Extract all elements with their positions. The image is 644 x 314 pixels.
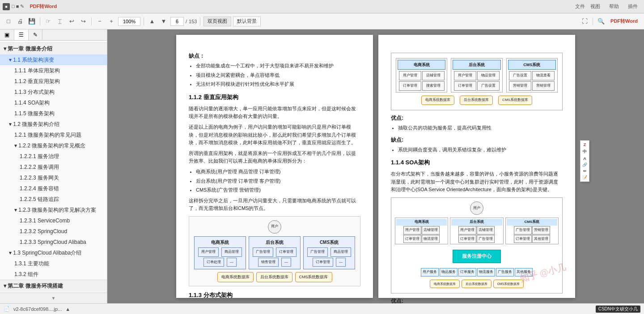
system-2: 后台系统(用户管理 订单管理 客户管理) xyxy=(196,177,360,185)
tree-item-1.1.5[interactable]: 1.1.5 微服务架构 xyxy=(0,108,107,119)
sidebar-expand[interactable]: ▼ xyxy=(0,293,107,303)
pdf-page-container[interactable]: 缺点： 全部功能集成在一个工程中，对于大型项目来讲不易开发和维护 项目模块之间紧… xyxy=(107,29,644,303)
toolbar-save[interactable]: 💾 xyxy=(27,17,37,26)
page-number-input[interactable] xyxy=(170,17,184,26)
view-mode-bg[interactable]: 默认背景 xyxy=(233,17,261,26)
tree-item-c2[interactable]: ▾ 第二章 微服务环境搭建 xyxy=(0,280,107,292)
section-112-title: 1.1.2 垂直应用架构 xyxy=(189,93,360,102)
tree-item-1.2.3[interactable]: ▾ 1.2.3 微服务架构的常见解决方案 xyxy=(0,205,107,215)
arch-db-bg: 后台系统数据库 xyxy=(460,96,493,105)
tree-item-1.1.3[interactable]: 1.1.3 分布式架构 xyxy=(0,87,107,97)
section-soa-title: 1.1.4 SOA架构 xyxy=(391,158,563,167)
sidebar-tab-bookmark[interactable]: ☰ xyxy=(14,29,29,40)
toolbar-undo[interactable]: ↩ xyxy=(67,17,76,26)
menu-plugin[interactable]: 插件 xyxy=(628,3,638,10)
tree-item-1.1.4[interactable]: 1.1.4 SOA架构 xyxy=(0,97,107,108)
soa-bg-title: 后台系统 xyxy=(451,219,502,226)
arch-ec-search: 搜索管理 xyxy=(422,81,445,91)
toolbar-print[interactable]: 🖨 xyxy=(15,17,25,26)
tree-item-1.2.2.5[interactable]: 1.2.2.5 链路追踪 xyxy=(0,194,107,205)
ann-btn-link[interactable]: 🔗 xyxy=(582,162,588,167)
soa-bg-block: 后台系统 用户管理 店铺管理 订单管理 广告管理 xyxy=(450,218,503,244)
tree-item-1.1.1[interactable]: 1.1.1 单体应用架构 xyxy=(0,65,107,76)
soa-ec-title: 电商系统 xyxy=(396,219,447,226)
soa-ec-user: 用户管理 xyxy=(403,226,421,234)
sidebar-tab-thumbnail[interactable]: ▣ xyxy=(0,29,14,40)
sidebar-tab-annotation[interactable]: ✎ xyxy=(29,29,42,40)
ann-btn-a[interactable]: A xyxy=(582,156,588,161)
toolbar-search[interactable]: 🔍 xyxy=(596,17,606,26)
right-bottom-pros: 优点: xyxy=(391,297,563,303)
view-mode-double[interactable]: 双页视图 xyxy=(203,17,231,26)
arch-ec-header: 电商系统 xyxy=(398,60,445,70)
cons-item-3: 无法针对不同模块进行针对性优化和水平扩展 xyxy=(196,80,360,88)
tree-item-1.3[interactable]: ▾ 1.3 SpringCloud Alibaba介绍 xyxy=(0,247,107,258)
toolbar-hand[interactable]: ☞ xyxy=(43,17,53,26)
zoom-input[interactable] xyxy=(118,17,140,26)
soa-cms-promo: 营销管理 xyxy=(532,226,550,234)
soa-db-bg: 后台系统数据库 xyxy=(462,280,491,288)
section-112-para1: 随着访问量的逐渐增大，单一应用只能依靠增加节点来应对，但是这时候会发现并不是所有… xyxy=(189,105,360,121)
soa-ec-store: 店铺管理 xyxy=(422,226,440,234)
arch-cms-header: CMS系统 xyxy=(508,60,556,70)
tree-item-1.2.2[interactable]: ▾ 1.2.2 微服务架构的常见概念 xyxy=(0,140,107,151)
cons-list: 全部功能集成在一个工程中，对于大型项目来讲不易开发和维护 项目模块之间紧密耦合，… xyxy=(196,62,360,88)
arch-ec-store: 店铺管理 xyxy=(422,71,445,80)
tree-item-1.2.2.2[interactable]: 1.2.2.2 服务调用 xyxy=(0,162,107,172)
flow-row-systems: 电商系统 用户管理 商品管理 订单处理 — 后台系统 xyxy=(193,236,356,270)
toolbar-select[interactable]: ⌶ xyxy=(55,17,65,26)
toolbar-redo[interactable]: ↪ xyxy=(78,17,88,26)
menu-help[interactable]: 帮助 xyxy=(609,3,619,10)
tree-item-1.2.3.3[interactable]: 1.2.3.3 SpringCloud Alibaba xyxy=(0,237,107,247)
tree-item-1.1[interactable]: ▾ 1.1 系统架构演变 xyxy=(0,54,107,65)
ann-btn-pen[interactable]: ✏ xyxy=(582,168,588,174)
arch-cms-col: CMS系统 广告设置 物流查看 营销管理 营销管理 xyxy=(506,58,558,92)
tree-item-1.2.2.3[interactable]: 1.2.2.3 服务网关 xyxy=(0,172,107,183)
toolbar-next-page[interactable]: ▼ xyxy=(159,17,169,26)
tree-item-1.2.3.2[interactable]: 1.2.3.2 SpringCloud xyxy=(0,226,107,237)
flow-ecommerce: 电商系统 用户管理 商品管理 订单处理 — xyxy=(194,236,246,270)
toolbar-new[interactable]: □ xyxy=(4,17,13,26)
tree-item-1.1.2[interactable]: 1.1.2 垂直应用架构 xyxy=(0,76,107,87)
soa-cms-ad: 广告管理 xyxy=(514,226,532,234)
toolbar-prev-page[interactable]: ▲ xyxy=(147,17,157,26)
flow-dash-1: — xyxy=(227,258,237,267)
toolbar-zoom-in[interactable]: + xyxy=(106,17,116,26)
soa-bg-user: 用户管理 xyxy=(458,226,476,234)
app-icon: ■ xyxy=(3,3,10,10)
arch-bg-promo: 广告设置 xyxy=(477,81,500,91)
soa-svc-logistics: 物流服务 xyxy=(477,268,495,276)
arch-cms-ad: 广告设置 xyxy=(509,71,531,80)
tree-item-c1[interactable]: ▾ 第一章 微服务介绍 xyxy=(0,42,107,54)
right-pros-1: 抽取公共的功能为服务层，提高代码复用性 xyxy=(398,124,563,132)
menu-file[interactable]: 文件 xyxy=(575,3,585,10)
tree-item-1.2.3.1[interactable]: 1.2.3.1 ServiceComb xyxy=(0,215,107,226)
tree-item-1.3.1[interactable]: 1.3.1 主要功能 xyxy=(0,258,107,269)
soa-cms-other: 其他管理 xyxy=(532,235,550,243)
soa-diagram: 用户 电商系统 用户管理 店铺管理 订单管理 物流管理 xyxy=(391,197,563,293)
toolbar-expand[interactable]: ⛶ xyxy=(580,17,589,26)
tree-item-1.2.2.1[interactable]: 1.2.2.1 服务治理 xyxy=(0,151,107,162)
ann-btn-zhong[interactable]: 中 xyxy=(582,148,588,155)
content-area: 缺点： 全部功能集成在一个工程中，对于大型项目来讲不易开发和维护 项目模块之间紧… xyxy=(107,29,644,303)
toolbar-sep-2 xyxy=(91,17,92,25)
sidebar-tabs: ▣ ☰ ✎ xyxy=(0,29,107,41)
system-1: 电商系统(用户管理 商品管理 订单管理) xyxy=(196,168,360,176)
section-112-para4: 这样拆分完毕之后，一旦用户访问量变大，只需要增加电商系统的节点就可以了，而无需增… xyxy=(189,197,360,213)
section-112-para2: 还是以上面的电商为例子，用户访问量的增加可能影响的只是用户和订单模块，但是对消息… xyxy=(189,123,360,147)
pdf-word-label: PDF转Word xyxy=(610,18,638,25)
ann-btn-note[interactable]: 📝 xyxy=(582,175,588,180)
soa-bg-order: 订单管理 xyxy=(458,235,476,243)
tree-item-1.2[interactable]: ▾ 1.2 微服务架构介绍 xyxy=(0,119,107,130)
toolbar-zoom-out[interactable]: − xyxy=(95,17,105,26)
soa-ec-block: 电商系统 用户管理 店铺管理 订单管理 物流管理 xyxy=(395,218,448,244)
tree-item-1.2.1[interactable]: 1.2.1 微服务架构的常见问题 xyxy=(0,130,107,140)
ann-btn-z[interactable]: Z xyxy=(582,142,588,147)
soa-db-row: 电商系统数据库 后台系统数据库 CMS系统数据库 xyxy=(430,280,524,288)
flow-ad-mgmt2: 广告管理 xyxy=(307,247,328,257)
tree-item-1.2.2.4[interactable]: 1.2.2.4 服务容错 xyxy=(0,183,107,194)
toolbar-sep-1 xyxy=(40,17,40,25)
soa-services-row: 用户服务 物品服务 订单服务 物流服务 广告服务 其他服务 xyxy=(421,268,533,276)
menu-view[interactable]: 视图 xyxy=(590,3,600,10)
tree-item-1.3.2[interactable]: 1.3.2 组件 xyxy=(0,269,107,280)
